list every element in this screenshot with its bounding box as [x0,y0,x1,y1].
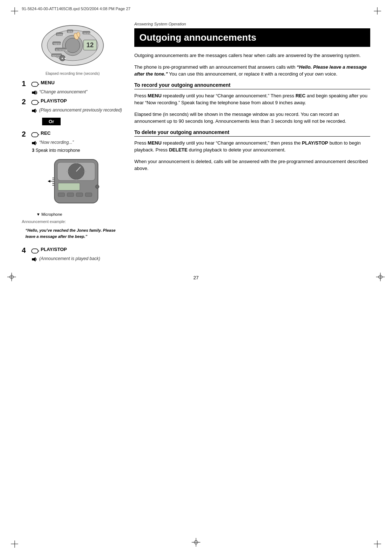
step2b-sub-text: “Now recording...” [39,140,74,145]
right-column: Answering System Operation Outgoing anno… [134,22,370,264]
svg-rect-50 [76,193,83,197]
svg-rect-28 [32,110,34,112]
step2a-sub: (Plays announcement previously recorded) [32,108,123,113]
step2a-button-icon [31,99,39,106]
rp1-mid: repeatedly until you hear “Change announ… [162,93,295,98]
step2b-button-icon [31,131,39,138]
svg-marker-29 [34,109,36,113]
page: 91-5624-40-00-ATT1465CIB.qxd 5/20/2004 4… [0,0,392,555]
record-para1: Press MENU repeatedly until you hear “Ch… [134,92,370,106]
step2a-num: 2 [22,98,29,105]
svg-rect-32 [32,142,34,144]
step-2a: 2 PLAY/STOP [22,98,123,106]
intro-para1: Outgoing announcements are the messages … [134,52,370,59]
svg-rect-52 [52,178,54,178]
delete-para2: When your announcement is deleted, calls… [134,158,370,172]
dp1-mid: repeatedly until you hear “Change announ… [162,140,302,146]
step1-button-icon [31,81,39,88]
elapsed-text: Elapsed recording time (seconds) [22,72,123,76]
svg-rect-61 [32,258,34,260]
svg-marker-62 [34,257,36,262]
dp1-suffix: during playback to delete your announcem… [188,147,286,153]
svg-text:MENU: MENU [68,31,73,33]
announcement-example-label: Announcement example: [22,219,123,224]
rp1-bold2: REC [295,93,305,98]
left-crosshair-svg [7,273,16,281]
dp1-bold3: DELETE [169,147,187,153]
crop-mark-bl-v [15,540,15,548]
crop-mark-tr-v [377,7,377,15]
phone-image-area: ▼ Microphone [29,156,123,216]
rp1-bold1: MENU [148,93,162,98]
speaker-icon-2a [32,108,38,113]
left-column: CHANGE MENU DELETE TIME/SET REPEAT/SLOW … [22,22,123,264]
right-crosshair [376,273,385,283]
step1-sub-text: “Change announcement” [39,89,87,94]
svg-text:ALL INCOMING: ALL INCOMING [56,49,68,51]
svg-rect-22 [32,82,38,86]
step3: 3 Speak into microphone [32,148,123,153]
step2b-num: 2 [22,130,29,138]
step4-num: 4 [22,247,29,254]
speaker-icon-1 [32,90,38,95]
step4-sub: (Announcement is played back) [32,256,123,262]
svg-rect-24 [32,92,34,94]
intro-para2: The phone is pre-programmed with an anno… [134,64,370,78]
page-number: 27 [0,264,392,288]
subheading-delete: To delete your outgoing announcement [134,129,370,137]
step4-sub-text: (Announcement is played back) [39,256,100,261]
crosshair-svg [192,538,200,547]
step1-sub: “Change announcement” [32,89,123,95]
svg-rect-59 [32,249,38,253]
step1-label: MENU [41,80,54,85]
svg-text:TIME/SET: TIME/SET [53,43,61,45]
step3-num: 3 [32,148,34,153]
record-para2: Elapsed time (in seconds) will be shown … [134,111,370,125]
microphone-label-text: Microphone [41,212,62,216]
step3-label: Speak into microphone [36,148,80,153]
svg-text:CHANGE: CHANGE [57,34,65,36]
svg-rect-54 [52,181,54,182]
svg-rect-56 [52,185,54,186]
subheading-record: To record your outgoing announcement [134,82,370,89]
svg-rect-26 [32,100,38,105]
header: 91-5624-40-00-ATT1465CIB.qxd 5/20/2004 4… [0,0,392,15]
svg-rect-30 [32,133,38,137]
crop-mark-tl-v [15,7,15,15]
speaker-icon-4 [32,257,38,262]
device-image-area: CHANGE MENU DELETE TIME/SET REPEAT/SLOW … [22,22,123,76]
svg-text:12: 12 [86,41,94,49]
main-content: CHANGE MENU DELETE TIME/SET REPEAT/SLOW … [0,15,392,264]
svg-rect-51 [85,193,92,197]
announcement-example-text: “Hello, you’ve reached the Jones family.… [25,227,123,239]
para2-prefix: The phone is pre-programmed with an anno… [134,64,297,70]
svg-text:◄◄: ◄◄ [61,57,66,60]
or-container: Or [32,116,123,127]
page-title: Outgoing announcements [134,28,370,47]
dp1-prefix: Press [134,140,148,146]
step2a-sub-text: (Plays announcement previously recorded) [39,108,122,113]
section-label: Answering System Operation [134,22,370,26]
svg-rect-53 [52,179,54,180]
microphone-label-container: ▼ Microphone [36,212,123,216]
right-crosshair-svg [376,273,385,281]
crop-mark-br-v [377,540,377,548]
svg-point-57 [95,185,99,189]
step4-label: PLAY/STOP [41,247,67,252]
dp1-bold2: PLAY/STOP [302,140,328,146]
svg-marker-25 [34,90,36,95]
speaker-icon-2b [32,141,38,146]
svg-rect-48 [58,193,65,197]
step-1: 1 MENU [22,80,123,88]
step-2b: 2 REC [22,130,123,138]
svg-rect-47 [58,183,80,190]
dp1-bold1: MENU [148,140,162,146]
svg-text:DELETE: DELETE [83,32,91,35]
crop-mark-br-h [374,544,381,544]
para2-suffix: You can use this announcement, or replac… [168,71,337,77]
left-crosshair [7,273,16,283]
step2b-label: REC [41,130,50,136]
center-crosshair-bottom [192,538,200,548]
step1-num: 1 [22,80,29,87]
svg-rect-55 [52,183,54,184]
